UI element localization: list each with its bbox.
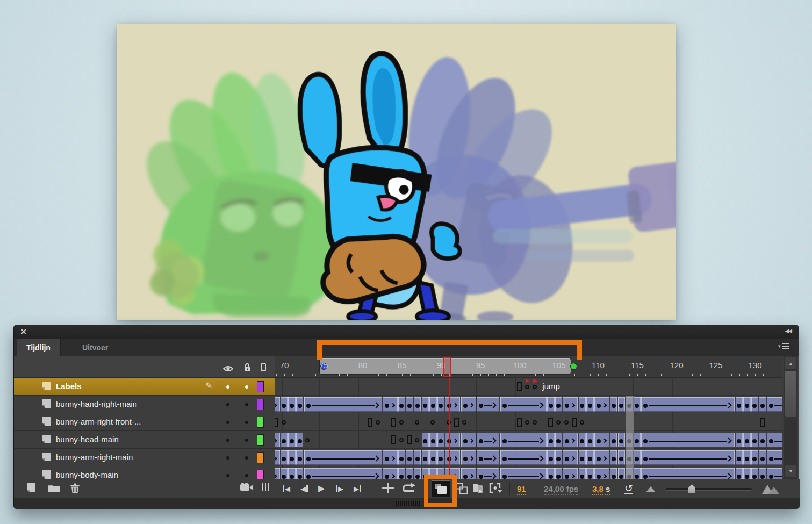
keyframe-cell[interactable] <box>547 468 555 479</box>
empty-keyframe-circle[interactable] <box>305 438 310 442</box>
lock-icon[interactable] <box>243 363 251 374</box>
tween-span[interactable] <box>767 450 782 465</box>
keyframe-cell[interactable] <box>743 397 751 412</box>
keyframe-cell[interactable] <box>759 433 766 447</box>
keyframe-cell[interactable] <box>296 450 304 465</box>
scrollbar-thumb[interactable] <box>785 371 796 417</box>
tween-span[interactable] <box>304 468 382 479</box>
tween-span[interactable] <box>594 433 609 447</box>
keyframe-cell[interactable] <box>751 468 759 479</box>
tween-span[interactable] <box>383 397 398 412</box>
panel-menu-icon[interactable]: ▾ <box>778 342 790 350</box>
reset-timeline-zoom-button[interactable]: ↺ <box>624 483 633 494</box>
keyframe-cell[interactable] <box>296 397 304 412</box>
keyframe-cell[interactable] <box>610 468 617 479</box>
keyframe-cell[interactable] <box>281 433 288 447</box>
zoom-slider-thumb[interactable] <box>688 484 695 493</box>
tween-span[interactable] <box>767 468 782 479</box>
layer-color-swatch[interactable] <box>257 417 264 428</box>
timeline-frames-area[interactable]: 707580859095100105110115120125130 jump <box>275 356 782 479</box>
tween-span[interactable] <box>461 450 476 465</box>
keyframe-cell[interactable] <box>281 450 288 465</box>
keyframe-cell[interactable] <box>288 450 296 465</box>
current-frame-field[interactable]: 91 <box>517 484 526 495</box>
stage-canvas[interactable] <box>117 24 676 320</box>
step-back-button[interactable]: ◀ <box>300 483 308 494</box>
playhead-line[interactable] <box>449 378 450 479</box>
layer-row-bunny-head-main[interactable]: bunny-head-main <box>14 431 275 449</box>
track-row-labels[interactable]: jump <box>275 378 782 396</box>
layer-row-labels[interactable]: Labels✎ <box>14 378 275 396</box>
keyframe-cell[interactable] <box>296 433 304 447</box>
zoom-out-timeline-icon[interactable] <box>646 486 656 492</box>
keyframe-cell[interactable] <box>634 433 641 447</box>
layer-row-bunny-arm-right-front-[interactable]: bunny-arm-right-front-... <box>14 413 275 431</box>
empty-keyframe-circle[interactable] <box>556 420 561 425</box>
empty-keyframe-rect[interactable] <box>391 435 396 444</box>
empty-keyframe-rect[interactable] <box>517 382 522 391</box>
keyframe-cell[interactable] <box>547 450 555 465</box>
modify-onion-markers-button[interactable] <box>489 483 503 494</box>
tween-span[interactable] <box>445 468 460 479</box>
tween-span[interactable] <box>445 397 460 412</box>
layer-row-bunny-hand-right-main[interactable]: bunny-hand-right-main <box>14 396 275 413</box>
keyframe-cell[interactable] <box>406 397 413 412</box>
keyframe-cell[interactable] <box>437 433 445 447</box>
keyframe-cell[interactable] <box>743 433 751 447</box>
tween-span[interactable] <box>563 450 578 465</box>
empty-keyframe-circle[interactable] <box>399 438 404 442</box>
tween-span[interactable] <box>594 397 609 412</box>
tween-span[interactable] <box>383 468 398 479</box>
onion-skin-outlines-button[interactable] <box>456 483 469 494</box>
keyframe-cell[interactable] <box>751 433 759 447</box>
tween-span[interactable] <box>477 468 500 479</box>
tween-span[interactable] <box>445 450 460 465</box>
keyframe-cell[interactable] <box>759 397 766 412</box>
new-layer-button[interactable] <box>25 483 36 493</box>
onion-skin-button[interactable] <box>432 480 450 497</box>
vertical-scrollbar[interactable]: ▲ ▼ <box>784 356 797 479</box>
track-row-bunny-arm-right-main[interactable] <box>275 449 782 466</box>
empty-keyframe-circle[interactable] <box>564 420 569 425</box>
keyframe-cell[interactable] <box>288 433 296 447</box>
keyframe-cell[interactable] <box>429 433 437 447</box>
zoom-in-timeline-icon[interactable] <box>762 485 779 494</box>
tween-span[interactable] <box>383 450 398 465</box>
keyframe-cell[interactable] <box>736 397 743 412</box>
keyframe-cell[interactable] <box>759 450 766 465</box>
go-to-first-frame-button[interactable]: ◀ <box>283 483 290 494</box>
tab-tijdlijn[interactable]: Tijdlijn <box>17 339 61 356</box>
keyframe-cell[interactable] <box>414 468 421 479</box>
layer-lock-dot[interactable] <box>245 456 248 460</box>
keyframe-cell[interactable] <box>743 450 751 465</box>
keyframe-cell[interactable] <box>429 397 437 412</box>
layer-visibility-dot[interactable] <box>226 439 229 442</box>
tween-span[interactable] <box>461 433 476 447</box>
layer-visibility-dot[interactable] <box>226 403 229 406</box>
empty-keyframe-circle[interactable] <box>580 420 584 425</box>
tween-span-clipped[interactable] <box>275 433 280 447</box>
tween-span[interactable] <box>641 433 735 447</box>
layer-visibility-dot[interactable] <box>226 474 229 477</box>
keyframe-cell[interactable] <box>437 397 445 412</box>
keyframe-cell[interactable] <box>586 468 594 479</box>
keyframe-cell[interactable] <box>736 468 743 479</box>
label-keyframe-circle[interactable] <box>533 385 537 389</box>
frame-ruler[interactable]: 707580859095100105110115120125130 <box>275 356 782 378</box>
tween-span[interactable] <box>563 468 578 479</box>
panel-title-bar[interactable]: ✕ ◀◀ <box>14 325 799 339</box>
tween-span[interactable] <box>304 450 382 465</box>
keyframe-cell[interactable] <box>547 433 555 447</box>
keyframe-cell[interactable] <box>422 397 429 412</box>
delete-layer-trash-button[interactable] <box>70 483 80 493</box>
layer-color-swatch[interactable] <box>257 452 264 463</box>
keyframe-cell[interactable] <box>429 450 437 465</box>
visibility-eye-icon[interactable] <box>223 364 233 374</box>
empty-keyframe-circle[interactable] <box>399 420 404 425</box>
keyframe-cell[interactable] <box>618 468 626 479</box>
keyframe-cell[interactable] <box>555 433 563 447</box>
loop-playback-button[interactable] <box>402 483 416 493</box>
tween-span[interactable] <box>641 450 735 465</box>
empty-keyframe-rect[interactable] <box>517 418 522 427</box>
keyframe-cell[interactable] <box>634 468 641 479</box>
